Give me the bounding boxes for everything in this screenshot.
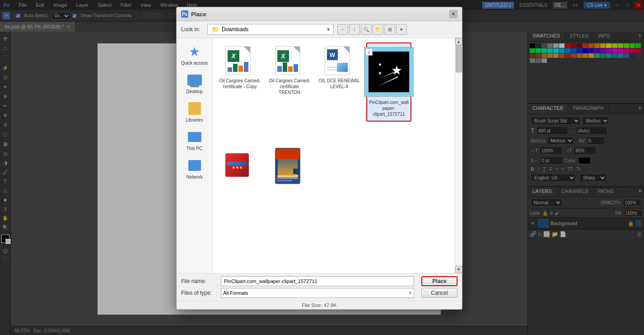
cancel-button[interactable]: Cancel [421,288,457,298]
phone-line-1 [278,175,298,177]
dialog-action-buttons: Place [421,276,457,286]
sidebar-item-desktop[interactable]: Desktop [178,70,210,97]
word-file-icon: W [325,46,354,75]
excel-icon-shape-1: X [225,46,251,75]
sidebar-libraries-label: Libraries [186,118,203,123]
filetype-dropdown[interactable]: All Formats [221,288,414,298]
preview-image-bg: ★ ★ ★ [369,52,409,92]
excel-file-icon-1: X [225,46,254,75]
phone-preview-shape [275,148,300,184]
place-button[interactable]: Place [421,276,457,286]
word-image-thumb [337,63,348,72]
file-item-rar[interactable] [217,144,262,183]
filename-row: File name: Place [181,276,457,286]
nav-back-button[interactable]: ← [337,24,348,35]
rar-body-shape [225,153,249,177]
file-name-oil-dce: OIL DCE RENEWAL LEVEL-II [318,78,360,90]
libraries-icon [187,101,202,116]
word-icon-shape: W [325,46,350,75]
filetype-label: Files of type: [181,290,217,296]
file-size-text: File Size: 47.9K [302,302,336,308]
file-item-oil-copy[interactable]: X Oil Cargoes Carried- certificate - Cop… [217,42,262,122]
network-globe-icon [188,160,201,171]
sidebar-item-this-pc[interactable]: This PC [178,127,210,154]
dialog-ps-icon: Ps [181,10,188,18]
dialog-titlebar: Ps Place ✕ [177,7,462,21]
file-item-oil-trenton[interactable]: X Oil Cargoes Carried- certificate TRENT… [267,42,312,122]
rar-dot-2 [236,166,238,169]
view-options-button[interactable]: ▾ [396,24,407,35]
lookin-label: Look in: [181,26,204,33]
phone-icon-small [293,169,298,174]
lookin-row: Look in: 📁 Downloads ▾ ← ↑ 🔍 📁 ⊞ ▾ [177,21,462,38]
desktop-screen-icon [187,75,202,85]
file-name-wallpaper: PinClipart.com_wallpaper-clipart_1572711 [369,99,409,117]
lookin-dropdown[interactable]: 📁 Downloads ▾ [207,24,334,35]
scroll-track[interactable] [455,45,462,266]
sidebar-item-quick-access[interactable]: ★ Quick access [178,42,210,68]
nav-up-button[interactable]: ↑ [349,24,360,35]
rar-file-icon [225,148,254,177]
selected-checkmark: ✓ [365,48,373,56]
sidebar-item-libraries[interactable]: Libraries [178,99,210,125]
dialog-title: Ps Place [181,10,206,18]
phone-screen [278,151,298,178]
network-icon [187,158,202,173]
view-toggle-button[interactable]: ⊞ [384,24,395,35]
rar-dot-3 [240,166,242,169]
sidebar-item-network[interactable]: Network [178,156,210,182]
star-icon: ★ [189,44,200,59]
filename-input[interactable] [221,276,414,286]
place-dialog: Ps Place ✕ Look in: 📁 Downloads ▾ ← ↑ 🔍 … [176,7,462,310]
search-button[interactable]: 🔍 [361,24,372,35]
excel-chart-1 [228,60,248,72]
desktop-icon [187,73,202,87]
dialog-title-text: Place [191,11,206,18]
cancel-btn-wrapper: Cancel [421,288,457,298]
dialog-sidebar: ★ Quick access Desktop Libraries [177,38,213,273]
mini-stars-group: ★ ★ [378,62,382,75]
mini-star-1: ★ [378,62,382,67]
file-item-phone[interactable] [267,144,312,183]
lookin-chevron-icon: ▾ [327,26,330,33]
file-name-oil-copy: Oil Cargoes Carried- certificate - Copy [219,78,261,90]
dialog-bottom: File name: Place Files of type: All Form… [177,273,462,301]
rar-dot-1 [233,166,235,169]
sidebar-desktop-label: Desktop [186,89,203,94]
filename-label: File name: [181,278,217,284]
file-list: X Oil Cargoes Carried- certificate - Cop… [213,38,455,273]
phone-content [278,175,298,178]
excel-file-icon-2: X [275,46,304,75]
scroll-thumb[interactable] [456,45,462,72]
rar-icon-shape [225,148,251,177]
libraries-folder-icon [188,102,201,115]
filetype-row: Files of type: All Formats ▾ Cancel [181,288,457,298]
scroll-down-button[interactable]: ▼ [455,266,462,273]
excel-icon-shape-2: X [275,46,300,75]
rar-dots [233,166,242,169]
rar-stripe [227,162,247,165]
dialog-scrollbar[interactable]: ▲ ▼ [455,38,462,273]
lookin-actions: ← ↑ 🔍 📁 ⊞ ▾ [337,24,407,35]
excel-chart-2 [277,60,298,72]
mini-star-2: ★ [378,71,382,75]
wallpaper-preview-container: ✓ ★ ★ ★ [364,47,414,97]
main-star-shape: ★ [391,63,402,78]
file-name-oil-trenton: Oil Cargoes Carried- certificate TRENTON [269,78,310,95]
file-item-wallpaper[interactable]: ✓ ★ ★ ★ [366,42,411,122]
new-folder-button[interactable]: 📁 [373,24,383,35]
quick-access-icon: ★ [187,44,202,59]
word-logo: W [327,49,338,60]
comet-preview: ★ ★ ★ [375,58,402,85]
pc-monitor-icon [188,132,201,142]
filetype-select-wrapper: All Formats ▾ [221,288,414,298]
lookin-folder-icon: 📁 [211,26,219,33]
sidebar-network-label: Network [186,175,203,179]
file-item-oil-dce[interactable]: W OIL DCE RENEWAL LEVEL-II [317,42,362,122]
scroll-up-button[interactable]: ▲ [455,38,462,45]
phone-file-icon [275,148,304,177]
sidebar-quick-access-label: Quick access [181,61,208,66]
dialog-close-button[interactable]: ✕ [449,10,457,18]
phone-top-bar [278,151,298,159]
dialog-body: ★ Quick access Desktop Libraries [177,38,462,273]
